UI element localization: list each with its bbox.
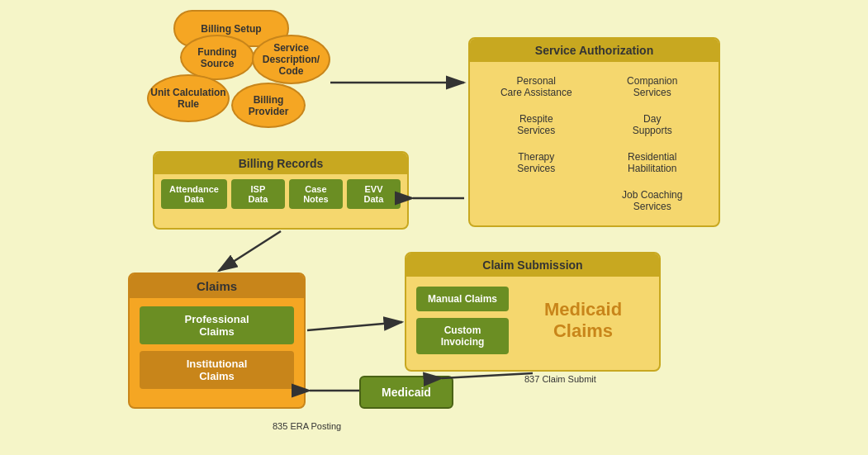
service-item-residential: ResidentialHabilitation	[595, 148, 711, 178]
claims-box: Claims ProfessionalClaims InstitutionalC…	[128, 273, 306, 409]
service-item-personal-care: PersonalCare Assistance	[478, 72, 595, 102]
era-posting-label: 835 ERA Posting	[273, 421, 341, 431]
billing-records-box: Billing Records AttendanceData ISPData C…	[153, 151, 409, 230]
service-authorization-box: Service Authorization PersonalCare Assis…	[468, 37, 720, 227]
service-item-companion: CompanionServices	[595, 72, 711, 102]
medicaid-claims-label: MedicaidClaims	[517, 299, 649, 342]
svg-line-6	[442, 373, 533, 378]
svg-line-5	[307, 322, 402, 330]
custom-invoicing: CustomInvoicing	[416, 318, 509, 354]
billing-provider-oval: BillingProvider	[231, 83, 306, 128]
billing-records-content: AttendanceData ISPData CaseNotes EVVData	[154, 174, 407, 214]
record-evv: EVVData	[347, 179, 401, 209]
service-description-oval: ServiceDescription/Code	[252, 35, 330, 84]
service-item-therapy: TherapyServices	[478, 148, 595, 178]
record-case-notes: CaseNotes	[289, 179, 343, 209]
claim-submission-content: Manual Claims CustomInvoicing MedicaidCl…	[406, 277, 659, 364]
professional-claims: ProfessionalClaims	[140, 306, 294, 344]
funding-source-oval: FundingSource	[180, 35, 254, 80]
service-item-job-coaching: Job CoachingServices	[595, 186, 711, 216]
institutional-claims: InstitutionalClaims	[140, 351, 294, 389]
service-auth-content: PersonalCare Assistance CompanionService…	[470, 62, 719, 225]
claims-content: ProfessionalClaims InstitutionalClaims	[130, 298, 304, 397]
claim-sub-items: Manual Claims CustomInvoicing	[416, 287, 509, 354]
service-item-day-supports: DaySupports	[595, 110, 711, 140]
manual-claims: Manual Claims	[416, 287, 509, 311]
svg-line-4	[219, 231, 281, 271]
claims-title: Claims	[130, 274, 304, 298]
claim-submission-box: Claim Submission Manual Claims CustomInv…	[405, 252, 661, 372]
service-item-respite: RespiteServices	[478, 110, 595, 140]
record-attendance: AttendanceData	[161, 179, 227, 209]
claim-submission-title: Claim Submission	[406, 254, 659, 277]
claim-submit-label: 837 Claim Submit	[524, 374, 596, 384]
unit-calculation-oval: Unit CalculationRule	[147, 74, 230, 122]
medicaid-box: Medicaid	[359, 376, 453, 409]
billing-records-title: Billing Records	[154, 153, 407, 174]
service-auth-title: Service Authorization	[470, 39, 719, 62]
service-item-empty	[478, 186, 595, 216]
record-isp: ISPData	[231, 179, 285, 209]
